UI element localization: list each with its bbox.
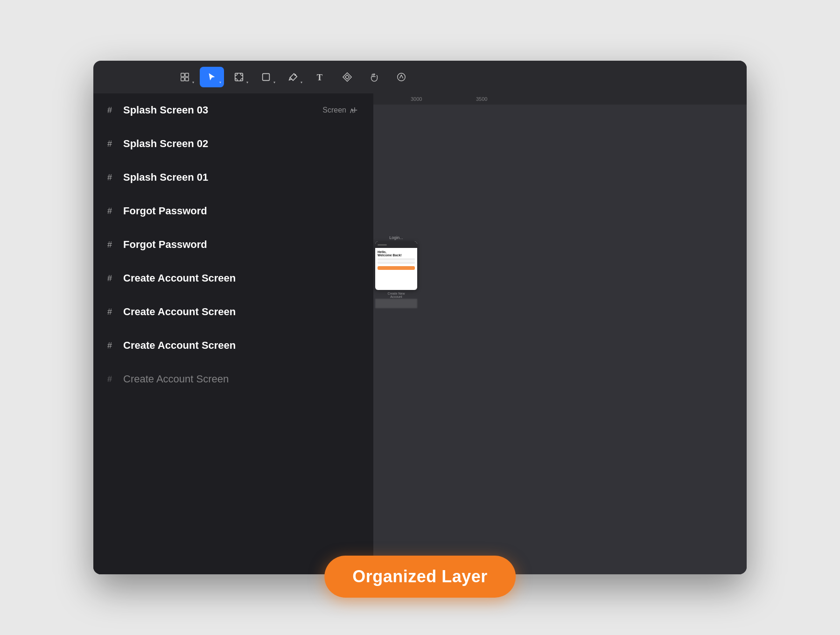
svg-rect-1 bbox=[185, 73, 189, 77]
layer-item-create-acct-3[interactable]: # Create Account Screen bbox=[93, 329, 373, 362]
svg-rect-0 bbox=[181, 73, 184, 77]
comment-tool-button[interactable] bbox=[389, 67, 413, 87]
shape-tool-button[interactable]: ▾ bbox=[254, 67, 278, 87]
frame-tool-button[interactable]: ▾ bbox=[227, 67, 251, 87]
frame-tool-caret: ▾ bbox=[246, 80, 248, 85]
main-tool-button[interactable]: ▾ bbox=[173, 67, 197, 87]
layer-item-create-acct-4[interactable]: # Create Account Screen bbox=[93, 362, 373, 396]
component-tool-button[interactable] bbox=[335, 67, 359, 87]
text-tool-button[interactable]: T bbox=[308, 67, 332, 87]
login-sub-label-5: Create NewAccount bbox=[388, 292, 405, 298]
layer-label-create-acct-3: Create Account Screen bbox=[123, 339, 362, 352]
svg-point-16 bbox=[398, 73, 406, 81]
ruler-mark-3500: 3500 bbox=[476, 96, 487, 102]
layer-item-forgot-pwd-1[interactable]: # Forgot Password bbox=[93, 194, 373, 228]
layer-item-create-acct-2[interactable]: # Create Account Screen bbox=[93, 295, 373, 329]
layer-item-splash-01[interactable]: # Splash Screen 01 bbox=[93, 161, 373, 194]
toolbar: ▾ ▾ ▾ bbox=[163, 61, 747, 93]
main-tool-caret: ▾ bbox=[192, 80, 194, 85]
svg-point-14 bbox=[294, 74, 296, 76]
svg-text:T: T bbox=[317, 73, 322, 82]
layer-label-splash-02: Splash Screen 02 bbox=[123, 138, 362, 150]
layer-item-create-acct-1[interactable]: # Create Account Screen bbox=[93, 261, 373, 295]
pen-tool-caret: ▾ bbox=[301, 80, 302, 85]
hash-icon-forgot-pwd-2: # bbox=[105, 240, 115, 250]
ruler-mark-3000: 3000 bbox=[411, 96, 422, 102]
select-tool-button[interactable]: ▾ bbox=[200, 67, 224, 87]
layer-label-forgot-pwd-1: Forgot Password bbox=[123, 205, 362, 217]
hash-icon-forgot-pwd-1: # bbox=[105, 206, 115, 216]
layers-panel: # Splash Screen 03 Screen ∧ + # Splash S… bbox=[93, 93, 373, 574]
toast-label: Organized Layer bbox=[352, 567, 488, 586]
hand-tool-button[interactable] bbox=[362, 67, 386, 87]
pen-tool-button[interactable]: ▾ bbox=[281, 67, 305, 87]
hash-icon-splash-03: # bbox=[105, 105, 115, 115]
add-layer-button-splash-03[interactable]: + bbox=[347, 103, 362, 118]
layer-item-splash-03[interactable]: # Splash Screen 03 Screen ∧ + bbox=[93, 93, 373, 127]
select-tool-caret: ▾ bbox=[219, 80, 221, 85]
svg-rect-2 bbox=[181, 78, 184, 81]
layer-label-create-acct-1: Create Account Screen bbox=[123, 272, 362, 284]
layer-label-create-acct-2: Create Account Screen bbox=[123, 306, 362, 318]
hash-icon-splash-02: # bbox=[105, 139, 115, 149]
hash-icon-splash-01: # bbox=[105, 172, 115, 183]
app-container: ▾ ▾ ▾ bbox=[93, 61, 747, 574]
layer-item-forgot-pwd-2[interactable]: # Forgot Password bbox=[93, 228, 373, 261]
organized-layer-toast: Organized Layer bbox=[324, 556, 516, 598]
hash-icon-create-acct-1: # bbox=[105, 273, 115, 283]
layer-label-create-acct-4: Create Account Screen bbox=[123, 373, 362, 385]
layer-item-splash-02[interactable]: # Splash Screen 02 bbox=[93, 127, 373, 161]
login-thumb-5: Login... Hello,Welcome Back! bbox=[375, 235, 417, 308]
layer-label-forgot-pwd-2: Forgot Password bbox=[123, 239, 362, 251]
layer-label-splash-01: Splash Screen 01 bbox=[123, 171, 362, 183]
hash-icon-create-acct-2: # bbox=[105, 307, 115, 317]
shape-tool-caret: ▾ bbox=[273, 80, 275, 85]
svg-rect-4 bbox=[235, 73, 243, 81]
svg-rect-3 bbox=[185, 78, 189, 81]
toast-bubble: Organized Layer bbox=[324, 556, 516, 598]
login-thumb-label-5: Login... bbox=[389, 235, 403, 240]
svg-rect-13 bbox=[263, 74, 270, 81]
layer-label-splash-03: Splash Screen 03 bbox=[123, 104, 322, 116]
hash-icon-create-acct-3: # bbox=[105, 340, 115, 351]
hash-icon-create-acct-4: # bbox=[105, 374, 115, 384]
